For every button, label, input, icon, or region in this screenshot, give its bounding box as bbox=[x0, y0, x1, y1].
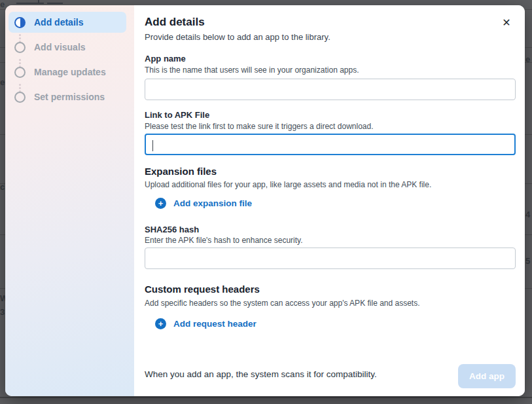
step-empty-circle-icon bbox=[14, 42, 26, 53]
add-request-header-label: Add request header bbox=[173, 319, 257, 329]
step-empty-circle-icon bbox=[14, 92, 26, 103]
add-app-button[interactable]: Add app bbox=[458, 364, 516, 388]
request-headers-helper: Add specific headers so the system can a… bbox=[145, 299, 516, 308]
add-request-header-button[interactable]: + Add request header bbox=[155, 318, 257, 329]
backdrop-row-divider bbox=[0, 397, 532, 398]
step-manage-updates[interactable]: Manage updates bbox=[9, 62, 126, 83]
step-set-permissions[interactable]: Set permissions bbox=[9, 86, 126, 107]
step-empty-circle-icon bbox=[14, 67, 26, 78]
step-label: Manage updates bbox=[34, 67, 106, 77]
backdrop-fragment: c bbox=[0, 183, 5, 191]
step-add-visuals[interactable]: Add visuals bbox=[9, 37, 126, 58]
apk-link-helper: Please test the link first to make sure … bbox=[145, 122, 516, 131]
stepper-sidebar: Add details Add visuals Manage updates S… bbox=[5, 5, 134, 396]
add-expansion-file-button[interactable]: + Add expansion file bbox=[155, 198, 252, 209]
backdrop-artifact bbox=[47, 3, 63, 4]
step-active-progress-icon bbox=[14, 17, 26, 28]
add-expansion-file-label: Add expansion file bbox=[173, 198, 252, 208]
add-app-dialog: Add details Add visuals Manage updates S… bbox=[5, 5, 525, 396]
dialog-title: Add details bbox=[145, 16, 516, 29]
app-name-helper: This is the name that users will see in … bbox=[145, 65, 516, 75]
backdrop-fragment: 4 bbox=[525, 210, 530, 219]
step-add-details[interactable]: Add details bbox=[9, 12, 126, 33]
backdrop-fragment: 3 bbox=[0, 308, 5, 316]
backdrop-fragment: 5 bbox=[525, 257, 530, 265]
request-headers-title: Custom request headers bbox=[145, 284, 516, 295]
step-label: Add visuals bbox=[34, 42, 86, 52]
sha256-helper: Enter the APK file's hash to enhance sec… bbox=[145, 236, 516, 245]
apk-link-input[interactable] bbox=[145, 134, 516, 155]
app-name-input[interactable] bbox=[145, 79, 516, 100]
sha256-input[interactable] bbox=[145, 248, 516, 269]
plus-circle-icon: + bbox=[155, 318, 166, 329]
backdrop-artifact bbox=[16, 3, 44, 4]
backdrop-artifact bbox=[38, 0, 39, 4]
app-name-label: App name bbox=[145, 54, 516, 64]
backdrop-fragment: e bbox=[0, 0, 5, 9]
step-label: Set permissions bbox=[34, 92, 105, 102]
close-icon[interactable]: ✕ bbox=[500, 16, 513, 29]
sha256-label: SHA256 hash bbox=[145, 225, 516, 234]
expansion-files-helper: Upload additional files for your app, li… bbox=[145, 180, 516, 189]
dialog-subtitle: Provide details below to add an app to t… bbox=[145, 32, 516, 42]
expansion-files-title: Expansion files bbox=[145, 166, 516, 177]
dialog-content: Add details Provide details below to add… bbox=[134, 5, 525, 396]
backdrop-fragment: e bbox=[525, 55, 530, 64]
apk-link-label: Link to APK File bbox=[145, 110, 516, 120]
text-caret bbox=[152, 140, 153, 151]
step-label: Add details bbox=[34, 17, 83, 28]
plus-circle-icon: + bbox=[155, 198, 166, 209]
